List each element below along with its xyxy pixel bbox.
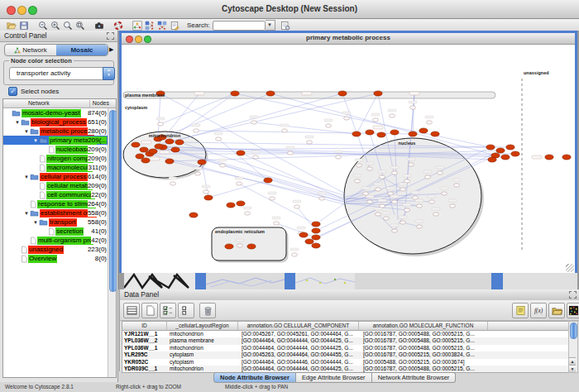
table-cell[interactable]: mitochondrion	[168, 331, 240, 337]
tree-expand-icon[interactable]: ▼	[23, 129, 30, 134]
table-row[interactable]: YJR121W__1mitochondrion[GO:0045267, GO:0…	[122, 331, 572, 337]
table-cell[interactable]: YLR295C	[122, 351, 168, 358]
network-node-selected-color[interactable]	[366, 130, 374, 135]
network-node[interactable]	[442, 192, 447, 195]
column-header[interactable]: _cellularLayoutRegion	[167, 322, 238, 330]
tab-network[interactable]: Network	[5, 45, 56, 55]
network-node[interactable]	[336, 155, 342, 159]
table-cell[interactable]: cytoplasm	[168, 359, 240, 366]
tree-row-primary-metabo[interactable]: ▼primary metabo209(...	[3, 136, 108, 145]
network-node[interactable]	[344, 117, 350, 120]
network-node[interactable]	[404, 208, 410, 212]
table-cell[interactable]: [GO:0044464, GO:0044444, GO:0044425, G..…	[240, 345, 361, 351]
network-node-selected-color[interactable]	[431, 131, 439, 136]
tree-expand-icon[interactable]: ▼	[23, 211, 30, 216]
network-node[interactable]	[274, 222, 280, 225]
network-node-selected-color[interactable]	[501, 155, 510, 160]
network-node-selected-color[interactable]	[338, 91, 347, 96]
network-node[interactable]	[203, 190, 209, 194]
network-node-selected-color[interactable]	[237, 201, 245, 206]
tree-expand-icon[interactable]: ▼	[23, 174, 30, 179]
tree-row-overview[interactable]: Overview8(0)	[3, 254, 108, 263]
table-cell[interactable]: YKR052C	[122, 359, 168, 366]
network-node-selected-color[interactable]	[377, 132, 385, 137]
tree-row-nitrogen-compo[interactable]: nitrogen compo209(0)	[3, 154, 108, 163]
tree-row-macromolecule[interactable]: macromolecule311(0)	[3, 163, 108, 172]
network-node[interactable]	[367, 200, 373, 203]
network-node[interactable]	[376, 213, 381, 216]
table-cell[interactable]: YDR039C__1	[122, 366, 168, 372]
network-node[interactable]	[388, 192, 394, 195]
network-node[interactable]	[384, 217, 390, 220]
tree-row-metabolic-process[interactable]: ▼metabolic process280(0)	[3, 127, 108, 136]
network-node[interactable]	[194, 129, 199, 132]
network-canvas[interactable]: plasma membranecytoplasmmitochondrionnuc…	[122, 45, 575, 270]
network-node[interactable]	[251, 121, 257, 124]
snapshot-camera-icon[interactable]	[93, 20, 105, 31]
table-row[interactable]: YPL036W__1mitochondrion[GO:0044464, GO:0…	[122, 345, 572, 351]
tree-row-cellular-metabo[interactable]: cellular metabo209(0)	[3, 181, 108, 190]
network-node-selected-color[interactable]	[312, 228, 320, 233]
tab-overflow-arrow[interactable]: ▶	[109, 46, 113, 53]
attribute-table-icon[interactable]	[123, 303, 140, 318]
network-node[interactable]	[237, 182, 242, 185]
network-node-selected-color[interactable]	[204, 195, 213, 200]
network-node-selected-color[interactable]	[171, 147, 179, 152]
table-row[interactable]: YLR295Ccytoplasm[GO:0045263, GO:0044464,…	[122, 351, 572, 358]
network-node-selected-color[interactable]	[545, 155, 553, 160]
network-node[interactable]	[433, 213, 439, 216]
network-node[interactable]	[216, 137, 222, 141]
tree-row-nucleobase-[interactable]: nucleobase-209(0)	[3, 145, 108, 154]
color-matrix-icon[interactable]	[567, 303, 579, 318]
network-node[interactable]	[380, 204, 385, 208]
network-node[interactable]	[417, 204, 423, 208]
network-node[interactable]	[454, 184, 460, 187]
table-cell[interactable]: cytoplasm	[168, 351, 240, 358]
network-node-selected-color[interactable]	[237, 151, 245, 155]
table-cell[interactable]: YPL036W__2	[122, 337, 168, 344]
tree-row-biological-process[interactable]: ▼biological_process651(0)	[3, 117, 108, 127]
help-lifering-icon[interactable]	[112, 20, 124, 31]
save-icon[interactable]	[17, 20, 30, 31]
network-node-selected-color[interactable]	[165, 139, 174, 144]
network-node[interactable]	[450, 204, 456, 208]
network-node-selected-color[interactable]	[247, 244, 256, 249]
network-node[interactable]	[404, 179, 410, 183]
table-cell[interactable]: YPL036W__1	[122, 345, 168, 351]
network-node[interactable]	[319, 197, 325, 200]
table-cell[interactable]: mitochondrion	[168, 345, 240, 351]
network-node[interactable]	[410, 106, 416, 109]
network-node[interactable]	[363, 192, 369, 195]
column-header[interactable]: annotation.GO CELLULAR_COMPONENT	[238, 322, 359, 330]
network-node-selected-color[interactable]	[227, 203, 235, 208]
network-node[interactable]	[253, 155, 259, 159]
network-node[interactable]	[307, 141, 313, 144]
tab-network-attribute-browser[interactable]: Network Attribute Browser	[372, 372, 457, 383]
tree-scrollbar-thumb[interactable]	[109, 110, 117, 292]
network-node[interactable]	[380, 175, 385, 179]
network-node-selected-color[interactable]	[352, 131, 361, 136]
network-node-selected-color[interactable]	[198, 160, 206, 165]
network-node-selected-color[interactable]	[132, 142, 140, 147]
tree-row-transport[interactable]: ▼transport558(0)	[3, 218, 108, 227]
tree-row-unassigned[interactable]: unassigned223(0)	[3, 245, 108, 254]
network-node-selected-color[interactable]	[409, 131, 417, 136]
tree-row-establishment-of-lo[interactable]: ▼establishment of lo558(0)	[3, 208, 108, 218]
open-file-icon[interactable]	[5, 20, 17, 31]
table-cell[interactable]: YJR121W__1	[122, 331, 168, 337]
network-node-selected-color[interactable]	[312, 222, 320, 227]
network-nodes-icon[interactable]	[156, 20, 168, 31]
zoom-out-icon[interactable]	[36, 20, 49, 31]
scroll-up-icon[interactable]: ▲	[569, 357, 576, 365]
network-node[interactable]	[392, 229, 398, 232]
network-node[interactable]	[409, 163, 414, 166]
network-settings-icon[interactable]	[280, 20, 292, 31]
network-node[interactable]	[195, 172, 201, 175]
network-node-selected-color[interactable]	[506, 145, 514, 150]
network-node-selected-color[interactable]	[149, 149, 157, 154]
zoom-in-icon[interactable]	[49, 20, 61, 31]
network-node-selected-color[interactable]	[419, 128, 428, 133]
network-node[interactable]	[438, 171, 443, 174]
column-header[interactable]: annotation.GO MOLECULAR_FUNCTION	[359, 322, 488, 330]
tab-node-attribute-browser[interactable]: Node Attribute Browser	[213, 372, 296, 383]
